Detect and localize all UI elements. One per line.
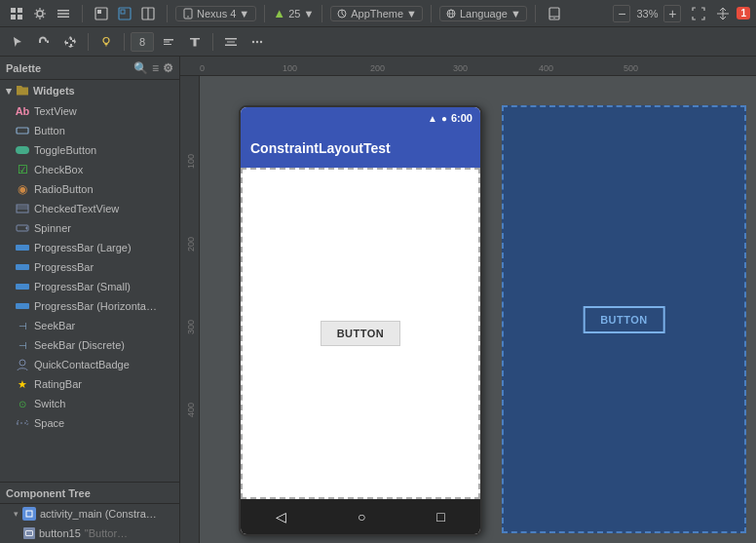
palette-item-textview[interactable]: Ab TextView [0, 101, 179, 121]
svg-rect-40 [26, 511, 32, 517]
palette-folder-icon [16, 83, 29, 98]
back-button[interactable]: ◁ [276, 509, 286, 524]
svg-rect-23 [39, 40, 41, 43]
palette-item-seekbar[interactable]: ⊣ SeekBar [0, 316, 179, 335]
app-theme-selector[interactable]: AppTheme ▼ [330, 6, 423, 21]
phone-content: BUTTON [241, 168, 480, 499]
align-button[interactable] [219, 32, 243, 52]
palette-item-progressbar-large[interactable]: ProgressBar (Large) [0, 238, 179, 257]
blueprint-button[interactable]: BUTTON [583, 306, 665, 333]
palette-item-ratingbar[interactable]: ★ RatingBar [0, 374, 179, 394]
android-arrow-icon: ▼ [303, 8, 314, 19]
more-options-button[interactable] [53, 5, 74, 22]
palette-item-label: QuickContactBadge [34, 359, 130, 370]
palette-panel: Palette 🔍 ≡ ⚙ ▾ Widgets Ab TextView [0, 57, 180, 543]
zoom-percent: 33% [633, 8, 661, 19]
app-theme-label: AppTheme [351, 8, 403, 19]
zoom-in-button[interactable]: + [663, 5, 681, 22]
palette-item-seekbar-discrete[interactable]: ⊣ SeekBar (Discrete) [0, 335, 179, 355]
svg-point-39 [19, 360, 25, 366]
design-view-button[interactable] [91, 5, 112, 22]
toolbar-sep-2 [167, 5, 168, 22]
palette-title: Palette [6, 62, 41, 74]
component-tree: Component Tree ▾ activity_main (Constra…… [0, 482, 179, 543]
blueprint-view-button[interactable] [114, 5, 135, 22]
palette-item-label: ProgressBar (Horizonta… [34, 300, 157, 312]
more-actions-button[interactable] [246, 32, 269, 52]
recents-button[interactable]: □ [436, 509, 444, 524]
svg-rect-41 [26, 531, 33, 536]
palette-item-button[interactable]: Button [0, 121, 179, 140]
ruler-mark-400: 400 [539, 63, 553, 73]
palette-item-label: RadioButton [34, 183, 94, 195]
palette-search-icon[interactable]: 🔍 [133, 61, 148, 75]
home-button[interactable]: ○ [358, 509, 365, 524]
palette-view-icon[interactable]: ≡ [152, 61, 159, 75]
pan-button[interactable] [712, 5, 734, 22]
palette-item-space[interactable]: Space [0, 413, 179, 433]
button15-label: button15 [39, 527, 81, 539]
palette-item-progressbar-small[interactable]: ProgressBar (Small) [0, 277, 179, 296]
palette-item-togglebutton[interactable]: ToggleButton [0, 140, 179, 160]
toolbar-sep-3 [264, 5, 265, 22]
palette-item-label: ToggleButton [34, 144, 96, 156]
zoom-out-button[interactable]: − [613, 5, 630, 22]
palette-item-label: Button [34, 125, 65, 136]
nexus-label: Nexus 4 [197, 8, 236, 19]
progressbar-icon [16, 260, 29, 274]
magnet-tool-button[interactable] [32, 32, 56, 52]
ruler-left-mark-300: 300 [186, 320, 196, 334]
layout-up-button[interactable] [157, 32, 180, 52]
palette-item-switch[interactable]: ⊙ Switch [0, 394, 179, 413]
android-version-selector[interactable]: ▲ 25 ▼ [273, 6, 314, 20]
svg-point-33 [260, 40, 262, 42]
palette-item-spinner[interactable]: Spinner [0, 218, 179, 238]
bulb-button[interactable] [94, 32, 118, 52]
svg-rect-30 [225, 44, 237, 46]
svg-point-15 [187, 16, 189, 18]
second-toolbar [0, 27, 756, 57]
space-icon [16, 416, 29, 430]
svg-rect-5 [57, 10, 69, 12]
fit-screen-button[interactable] [688, 5, 709, 22]
settings-icon-button[interactable] [29, 5, 51, 22]
android-version-label: 25 [288, 8, 300, 19]
top-toolbar: Nexus 4 ▼ ▲ 25 ▼ AppTheme ▼ Language ▼ −… [0, 0, 756, 27]
button15-icon [23, 527, 35, 539]
palette-gear-icon[interactable]: ⚙ [163, 61, 173, 75]
palette-item-radiobutton[interactable]: ◉ RadioButton [0, 179, 179, 199]
ruler-mark-500: 500 [624, 63, 638, 73]
component-tree-button15[interactable]: button15 "Buttor… [0, 524, 179, 543]
ruler-mark-100: 100 [283, 63, 297, 73]
ruler-mark-0: 0 [200, 63, 205, 73]
component-tree-header: Component Tree [0, 483, 179, 504]
expand-arrow: ▾ [14, 509, 19, 519]
nexus-arrow-icon: ▼ [239, 8, 249, 19]
language-selector[interactable]: Language ▼ [439, 6, 527, 21]
canvas-area: 0 100 200 300 400 500 100 200 300 400 BU… [180, 57, 756, 543]
palette-item-checkbox[interactable]: ☑ CheckBox [0, 160, 179, 179]
cursor-tool-button[interactable] [6, 32, 29, 52]
palette-section-widgets[interactable]: ▾ Widgets [0, 80, 179, 101]
split-view-button[interactable] [137, 5, 159, 22]
svg-point-22 [553, 17, 554, 18]
component-tree-activity[interactable]: ▾ activity_main (Constra… [0, 504, 179, 524]
palette-item-progressbar-horizontal[interactable]: ProgressBar (Horizonta… [0, 296, 179, 316]
seekbar-icon: ⊣ [16, 319, 29, 332]
palette-item-label: Spinner [34, 222, 71, 234]
palette-toggle-button[interactable] [6, 5, 27, 22]
svg-point-4 [37, 11, 43, 17]
palette-item-quickcontactbadge[interactable]: QuickContactBadge [0, 355, 179, 374]
progressbar-small-icon [16, 280, 29, 293]
move-tool-button[interactable] [58, 32, 82, 52]
device-view-button[interactable] [544, 5, 565, 22]
font-size-input[interactable] [131, 32, 154, 52]
palette-item-checkedtextview[interactable]: CheckedTextView [0, 199, 179, 218]
second-toolbar-sep-1 [88, 33, 89, 51]
nexus-device-selector[interactable]: Nexus 4 ▼ [175, 6, 256, 21]
palette-item-progressbar[interactable]: ProgressBar [0, 257, 179, 277]
text-button[interactable] [183, 32, 207, 52]
palette-item-label: RatingBar [34, 378, 82, 390]
phone-button[interactable]: BUTTON [321, 321, 401, 346]
toolbar-sep-4 [321, 5, 322, 22]
